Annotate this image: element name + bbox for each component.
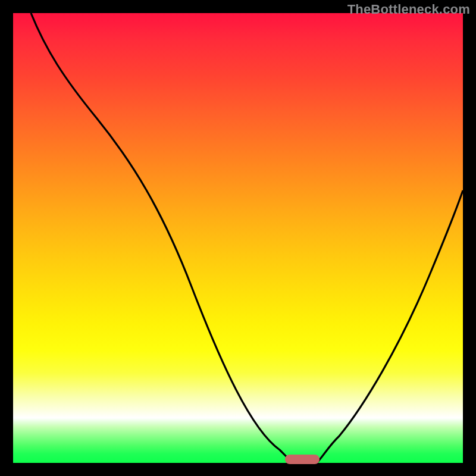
optimal-marker bbox=[285, 455, 320, 464]
watermark-text: TheBottleneck.com bbox=[347, 2, 470, 17]
chart-background-gradient bbox=[13, 13, 463, 463]
chart-frame bbox=[13, 13, 463, 463]
